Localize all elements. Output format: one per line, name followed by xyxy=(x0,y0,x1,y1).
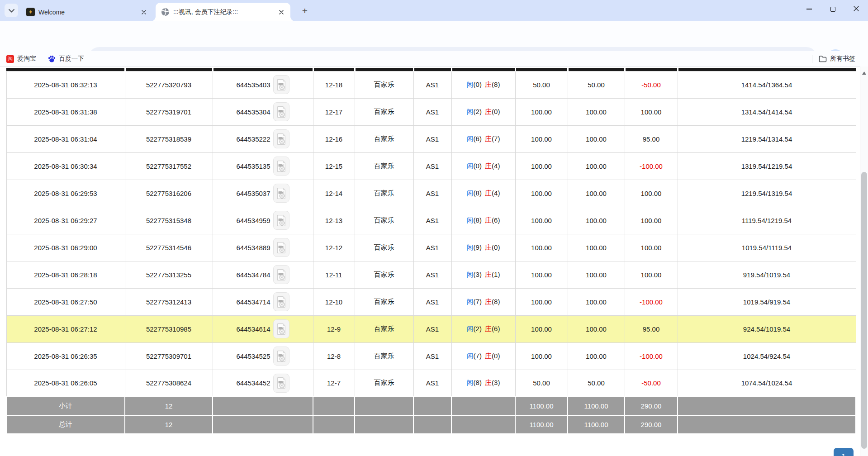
video-replay-button[interactable] xyxy=(273,75,289,94)
sum-cell-empty xyxy=(678,397,856,415)
player-label: 闲 xyxy=(467,243,474,251)
bookmark-taobao[interactable]: 淘 爱淘宝 xyxy=(6,55,36,63)
sum-cell-empty xyxy=(213,397,313,415)
table-row[interactable]: 2025-08-31 06:27:50 522775312413 6445347… xyxy=(6,288,856,315)
winloss-amount: -100.00 xyxy=(625,342,678,370)
tab-search-button[interactable] xyxy=(5,4,18,17)
valid-amount: 100.00 xyxy=(568,98,625,125)
table-header-clipped xyxy=(6,68,856,71)
game-type: 百家乐 xyxy=(355,288,413,315)
bookmarks-bar: 淘 爱淘宝 百度一下 所有书签 xyxy=(0,51,868,67)
bet-id: 522775308624 xyxy=(125,370,213,397)
valid-amount: 100.00 xyxy=(568,234,625,261)
game-id: 644534784 xyxy=(236,271,270,279)
minimize-button[interactable] xyxy=(797,0,821,18)
bookmarks-divider xyxy=(812,55,812,63)
banker-score: (8) xyxy=(492,298,500,305)
table-row[interactable]: 2025-08-31 06:30:34 522775317552 6445351… xyxy=(6,152,856,180)
round-number: 12-9 xyxy=(313,315,355,342)
winloss-amount: 100.00 xyxy=(625,207,678,234)
table-row[interactable]: 2025-08-31 06:27:12 522775310985 6445346… xyxy=(6,315,856,342)
table-row[interactable]: 2025-08-31 06:29:53 522775316206 6445350… xyxy=(6,180,856,207)
table-code: AS1 xyxy=(413,125,451,152)
game-id-cell: 644535304 xyxy=(213,98,313,125)
balance: 1219.54/1314.54 xyxy=(678,125,856,152)
game-id: 644535222 xyxy=(236,135,270,143)
banker-score: (3) xyxy=(492,379,500,386)
table-code: AS1 xyxy=(413,261,451,288)
player-score: (7) xyxy=(474,352,482,360)
subtotal-count: 12 xyxy=(125,397,213,415)
banker-score: (1) xyxy=(492,271,500,278)
table-row[interactable]: 2025-08-31 06:32:13 522775320793 6445354… xyxy=(6,71,856,98)
sum-cell-empty xyxy=(413,415,451,434)
bet-id: 522775314546 xyxy=(125,234,213,261)
all-bookmarks-button[interactable]: 所有书签 xyxy=(830,55,855,63)
table-row[interactable]: 2025-08-31 06:28:18 522775313255 6445347… xyxy=(6,261,856,288)
maximize-button[interactable] xyxy=(821,0,844,18)
table-row[interactable]: 2025-08-31 06:29:27 522775315348 6445349… xyxy=(6,207,856,234)
scrollbar-thumb[interactable] xyxy=(861,172,867,449)
game-id: 644534452 xyxy=(236,379,270,387)
valid-amount: 100.00 xyxy=(568,342,625,370)
round-number: 12-15 xyxy=(313,152,355,180)
table-code: AS1 xyxy=(413,342,451,370)
subtotal-label: 小计 xyxy=(6,397,125,415)
video-replay-button[interactable] xyxy=(273,265,289,284)
video-record-icon xyxy=(276,350,286,362)
video-record-icon xyxy=(276,187,286,200)
bet-content: 闲(9) 庄(0) xyxy=(451,234,515,261)
video-replay-button[interactable] xyxy=(273,319,289,338)
sum-cell-empty xyxy=(451,397,515,415)
bet-time: 2025-08-31 06:31:38 xyxy=(6,98,125,125)
tab-betrecord[interactable]: :::视讯, 会员下注纪录::: xyxy=(156,3,290,21)
bet-amount: 100.00 xyxy=(515,152,568,180)
banker-label: 庄 xyxy=(485,379,492,386)
bookmark-baidu[interactable]: 百度一下 xyxy=(48,55,84,63)
tab-welcome[interactable]: ✦ Welcome xyxy=(21,3,153,21)
table-row[interactable]: 2025-08-31 06:29:00 522775314546 6445348… xyxy=(6,234,856,261)
player-label: 闲 xyxy=(467,352,474,360)
pagination-page-button[interactable]: 1 xyxy=(834,448,854,456)
bet-content: 闲(8) 庄(4) xyxy=(451,180,515,207)
page-scrollbar[interactable] xyxy=(860,66,868,456)
game-id: 644534614 xyxy=(236,325,270,333)
globe-favicon-icon xyxy=(161,8,170,16)
valid-amount: 100.00 xyxy=(568,261,625,288)
bet-time: 2025-08-31 06:27:50 xyxy=(6,288,125,315)
balance: 1319.54/1219.54 xyxy=(678,152,856,180)
game-type: 百家乐 xyxy=(355,180,413,207)
video-replay-button[interactable] xyxy=(273,211,289,230)
table-row[interactable]: 2025-08-31 06:31:04 522775318539 6445352… xyxy=(6,125,856,152)
video-replay-button[interactable] xyxy=(273,129,289,148)
scroll-up-arrow[interactable] xyxy=(860,69,868,76)
close-window-button[interactable] xyxy=(844,0,868,18)
video-replay-button[interactable] xyxy=(273,374,289,393)
banker-label: 庄 xyxy=(485,216,492,224)
table-row[interactable]: 2025-08-31 06:26:05 522775308624 6445344… xyxy=(6,370,856,397)
video-replay-button[interactable] xyxy=(273,347,289,366)
new-tab-button[interactable]: + xyxy=(299,5,311,17)
total-label: 总计 xyxy=(6,415,125,434)
video-replay-button[interactable] xyxy=(273,102,289,121)
banker-label: 庄 xyxy=(485,135,492,142)
total-winloss: 290.00 xyxy=(625,415,678,434)
game-type: 百家乐 xyxy=(355,370,413,397)
banker-label: 庄 xyxy=(485,243,492,251)
table-row[interactable]: 2025-08-31 06:26:35 522775309701 6445345… xyxy=(6,342,856,370)
video-replay-button[interactable] xyxy=(273,184,289,203)
winloss-amount: -100.00 xyxy=(625,288,678,315)
up-triangle-icon xyxy=(862,71,866,75)
winloss-amount: 95.00 xyxy=(625,125,678,152)
balance: 919.54/1019.54 xyxy=(678,261,856,288)
table-row[interactable]: 2025-08-31 06:31:38 522775319701 6445353… xyxy=(6,98,856,125)
player-score: (9) xyxy=(474,243,482,251)
round-number: 12-18 xyxy=(313,71,355,98)
video-replay-button[interactable] xyxy=(273,157,289,176)
close-tab-icon[interactable] xyxy=(139,8,148,17)
player-score: (8) xyxy=(474,379,482,386)
video-replay-button[interactable] xyxy=(273,292,289,311)
video-replay-button[interactable] xyxy=(273,238,289,257)
bet-amount: 100.00 xyxy=(515,288,568,315)
close-tab-icon[interactable] xyxy=(277,8,286,17)
